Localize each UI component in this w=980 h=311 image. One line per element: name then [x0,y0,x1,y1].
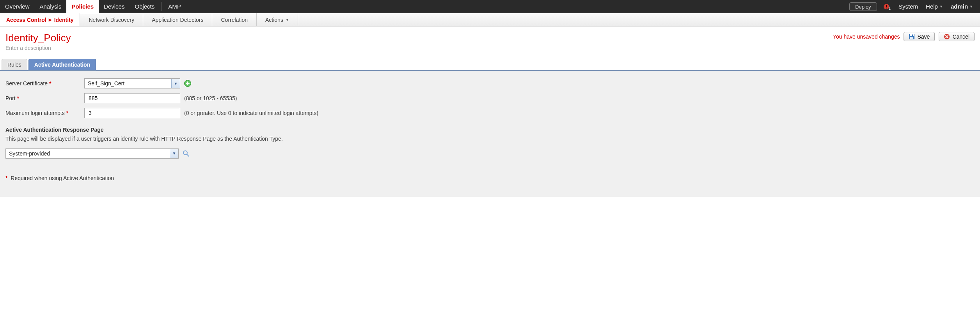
sub-nav: Access Control ▶ Identity Network Discov… [0,13,980,27]
nav-policies[interactable]: Policies [66,0,99,13]
tab-active-authentication[interactable]: Active Authentication [28,59,96,70]
required-asterisk: * [5,175,7,181]
nav-devices[interactable]: Devices [99,0,130,13]
subnav-correlation[interactable]: Correlation [212,13,256,26]
svg-rect-5 [910,37,913,39]
server-certificate-select[interactable]: Self_Sign_Cert ▼ [84,78,180,88]
form-area: Server Certificate * Self_Sign_Cert ▼ Po… [0,71,980,197]
response-page-select[interactable]: System-provided ▼ [5,148,179,159]
breadcrumb-parent: Access Control [6,17,46,23]
description-placeholder[interactable]: Enter a description [0,45,980,59]
row-response-page: System-provided ▼ [5,148,975,159]
subnav-actions[interactable]: Actions ▼ [257,13,298,26]
title-row: Identity_Policy You have unsaved changes… [0,27,980,45]
port-input-wrap [84,93,180,103]
required-asterisk: * [49,80,51,87]
max-login-attempts-input-wrap [84,108,180,118]
required-footnote: * Required when using Active Authenticat… [5,175,975,181]
server-certificate-value: Self_Sign_Cert [85,80,171,87]
preview-button[interactable] [183,150,190,157]
chevron-down-icon[interactable]: ▼ [171,79,180,88]
alert-icon[interactable]: 1 [881,0,894,13]
subnav-actions-label: Actions [265,17,283,23]
page-title: Identity_Policy [5,32,71,44]
response-page-description: This page will be displayed if a user tr… [5,135,302,143]
svg-rect-6 [912,35,913,36]
search-icon [183,150,190,157]
response-page-value: System-provided [6,150,170,157]
required-footnote-text: Required when using Active Authenticatio… [11,175,114,181]
svg-rect-4 [910,34,914,36]
save-button-label: Save [917,34,930,40]
row-max-login-attempts: Maximum login attempts * (0 or greater. … [5,108,975,118]
nav-admin[interactable]: admin ▼ [948,0,976,13]
chevron-right-icon: ▶ [49,18,52,22]
max-login-attempts-label: Maximum login attempts * [5,110,80,116]
plus-icon [186,81,190,85]
subnav-app-detectors[interactable]: Application Detectors [143,13,212,26]
subnav-network-discovery[interactable]: Network Discovery [80,13,143,26]
row-server-certificate: Server Certificate * Self_Sign_Cert ▼ [5,78,975,88]
top-nav-right: Deploy 1 System Help ▼ admin ▼ [847,0,980,13]
nav-help[interactable]: Help ▼ [923,0,946,13]
nav-admin-label: admin [951,3,968,10]
chevron-down-icon: ▼ [286,18,289,22]
max-login-attempts-hint: (0 or greater. Use 0 to indicate unlimit… [184,110,318,116]
max-login-attempts-input[interactable] [88,110,177,117]
server-certificate-label: Server Certificate * [5,80,80,87]
unsaved-changes-notice: You have unsaved changes [833,34,900,40]
chevron-down-icon: ▼ [969,5,973,9]
save-icon [909,34,915,40]
title-actions: You have unsaved changes Save Cancel [833,32,975,41]
inner-tabs: Rules Active Authentication [0,59,980,71]
nav-overview[interactable]: Overview [0,0,35,13]
nav-separator [161,2,162,11]
chevron-down-icon[interactable]: ▼ [170,149,178,158]
cancel-icon [944,34,950,40]
server-certificate-label-text: Server Certificate [5,80,48,87]
port-input[interactable] [88,95,177,102]
top-nav: Overview Analysis Policies Devices Objec… [0,0,980,13]
breadcrumb-child: Identity [54,17,74,23]
deploy-button[interactable]: Deploy [849,2,877,11]
port-label: Port * [5,95,80,101]
nav-objects[interactable]: Objects [130,0,160,13]
tab-rules[interactable]: Rules [2,59,27,70]
nav-amp[interactable]: AMP [163,0,186,13]
save-button[interactable]: Save [904,32,935,41]
svg-rect-1 [886,5,887,7]
max-login-attempts-label-text: Maximum login attempts [5,110,65,116]
response-page-heading: Active Authentication Response Page [5,127,975,133]
port-hint: (885 or 1025 - 65535) [184,95,237,101]
cancel-button[interactable]: Cancel [939,32,975,41]
nav-help-label: Help [926,3,938,10]
chevron-down-icon: ▼ [939,5,943,9]
svg-line-9 [187,154,189,156]
row-port: Port * (885 or 1025 - 65535) [5,93,975,103]
top-nav-left: Overview Analysis Policies Devices Objec… [0,0,186,13]
alert-count: 1 [889,6,891,11]
add-certificate-button[interactable] [184,80,191,87]
cancel-button-label: Cancel [952,34,969,40]
required-asterisk: * [17,95,19,101]
port-label-text: Port [5,95,16,101]
breadcrumb[interactable]: Access Control ▶ Identity [0,13,80,26]
nav-analysis[interactable]: Analysis [35,0,67,13]
nav-system[interactable]: System [895,0,921,13]
svg-rect-2 [886,7,887,8]
required-asterisk: * [66,110,68,116]
